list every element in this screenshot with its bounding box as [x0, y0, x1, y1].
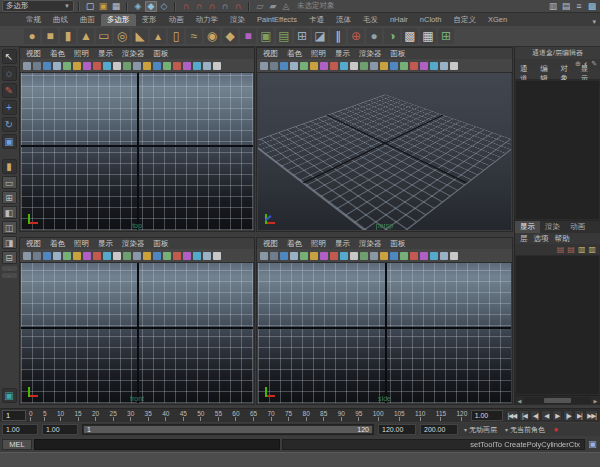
panel-toolbar-icon[interactable] — [203, 62, 211, 70]
time-tick-95[interactable]: 95 — [355, 410, 362, 421]
panel-toolbar-icon[interactable] — [320, 252, 328, 260]
time-tick-55[interactable]: 55 — [215, 410, 222, 421]
panel-toolbar-icon[interactable] — [450, 62, 458, 70]
panel-toolbar-icon[interactable] — [440, 62, 448, 70]
layer-editor-menu-2[interactable]: 帮助 — [555, 234, 570, 244]
panel-menu-0[interactable]: 视图 — [26, 49, 41, 59]
step-forward-key-button[interactable]: |▶ — [563, 410, 573, 421]
panel-toolbar-icon[interactable] — [310, 252, 318, 260]
poly-helix-icon[interactable]: ≈ — [186, 28, 202, 44]
mirror-geometry-icon[interactable]: ◑ — [384, 28, 400, 44]
panel-toolbar-icon[interactable] — [193, 252, 201, 260]
smooth-icon[interactable]: ● — [366, 28, 382, 44]
viewport-persp[interactable]: persp — [258, 73, 511, 230]
poly-torus-icon[interactable]: ◎ — [114, 28, 130, 44]
panel-toolbar-icon[interactable] — [360, 252, 368, 260]
panel-toolbar-icon[interactable] — [290, 252, 298, 260]
time-tick-60[interactable]: 60 — [232, 410, 239, 421]
panel-toolbar-icon[interactable] — [53, 62, 61, 70]
toolbox-mini-button[interactable]: ∙∙ — [2, 266, 17, 271]
panel-menu-4[interactable]: 渲染器 — [359, 239, 382, 249]
command-language-button[interactable]: MEL — [2, 439, 32, 450]
panel-toolbar-icon[interactable] — [23, 252, 31, 260]
move-tool[interactable]: + — [2, 100, 17, 115]
time-tick-80[interactable]: 80 — [303, 410, 310, 421]
panel-menu-0[interactable]: 视图 — [263, 239, 278, 249]
bridge-icon[interactable]: ∥ — [330, 28, 346, 44]
anim-layer-dropdown[interactable]: ▾ 无动画层 — [462, 424, 499, 435]
command-input[interactable] — [34, 439, 280, 450]
show-grid-icon[interactable]: ▥ — [547, 1, 559, 12]
layout-persp-graph[interactable]: ⊟ — [2, 251, 17, 264]
panel-toolbar-icon[interactable] — [270, 252, 278, 260]
panel-toolbar-icon[interactable] — [123, 252, 131, 260]
time-tick-45[interactable]: 45 — [180, 410, 187, 421]
poly-soccer-ball-icon[interactable]: ◉ — [204, 28, 220, 44]
panel-toolbar-icon[interactable] — [183, 252, 191, 260]
snap-live-surface-icon[interactable]: ∩ — [232, 1, 244, 12]
panel-toolbar-icon[interactable] — [400, 252, 408, 260]
separate-icon[interactable]: ▤ — [276, 28, 292, 44]
panel-toolbar-icon[interactable] — [370, 62, 378, 70]
panel-toolbar-icon[interactable] — [163, 62, 171, 70]
shelf-tab-2[interactable]: 曲面 — [74, 14, 101, 26]
current-time-field[interactable]: 1.00 — [471, 410, 503, 421]
time-tick-70[interactable]: 70 — [267, 410, 274, 421]
step-back-key-button[interactable]: ◀| — [530, 410, 540, 421]
poly-pipe-icon[interactable]: ▯ — [168, 28, 184, 44]
current-frame-field[interactable]: 1 — [2, 410, 26, 421]
panel-toolbar-icon[interactable] — [33, 62, 41, 70]
menu-set-dropdown[interactable]: 多边形 ▼ — [2, 0, 74, 12]
save-scene-icon[interactable]: ▦ — [110, 1, 122, 12]
bevel-icon[interactable]: ◪ — [312, 28, 328, 44]
panel-menu-1[interactable]: 着色 — [50, 239, 65, 249]
panel-toolbar-icon[interactable] — [300, 252, 308, 260]
panel-toolbar-icon[interactable] — [163, 252, 171, 260]
time-tick-120[interactable]: 120 — [456, 410, 467, 421]
panel-menu-2[interactable]: 照明 — [311, 239, 326, 249]
panel-toolbar-icon[interactable] — [440, 252, 448, 260]
panel-menu-3[interactable]: 显示 — [335, 239, 350, 249]
time-tick-30[interactable]: 30 — [127, 410, 134, 421]
poly-plane-icon[interactable]: ▭ — [96, 28, 112, 44]
shelf-tab-15[interactable]: XGen — [482, 14, 513, 26]
panel-toolbar-icon[interactable] — [410, 252, 418, 260]
shelf-tab-1[interactable]: 曲线 — [47, 14, 74, 26]
panel-toolbar-icon[interactable] — [320, 62, 328, 70]
scrollbar-thumb[interactable] — [544, 398, 571, 403]
panel-menu-3[interactable]: 显示 — [98, 49, 113, 59]
merge-vertex-icon[interactable]: ⊕ — [348, 28, 364, 44]
panel-menu-4[interactable]: 渲染器 — [122, 49, 145, 59]
panel-toolbar-icon[interactable] — [280, 62, 288, 70]
scale-tool[interactable]: ▣ — [2, 134, 17, 149]
paint-select-tool[interactable]: ✎ — [2, 83, 17, 98]
layout-two-pane-side[interactable]: ◧ — [2, 206, 17, 219]
snap-grid-icon[interactable]: ∩ — [180, 1, 192, 12]
panel-toolbar-icon[interactable] — [420, 252, 428, 260]
time-tick-0[interactable]: 0 — [29, 410, 33, 421]
panel-toolbar-icon[interactable] — [153, 62, 161, 70]
panel-toolbar-icon[interactable] — [450, 252, 458, 260]
animation-end-field[interactable]: 200.00 — [420, 424, 458, 435]
panel-toolbar-icon[interactable] — [173, 62, 181, 70]
panel-toolbar-icon[interactable] — [113, 252, 121, 260]
panel-toolbar-icon[interactable] — [153, 252, 161, 260]
construction-history-icon[interactable]: ◬ — [280, 1, 292, 12]
panel-toolbar-icon[interactable] — [330, 62, 338, 70]
time-tick-15[interactable]: 15 — [74, 410, 81, 421]
panel-toolbar-icon[interactable] — [83, 62, 91, 70]
poly-cylinder-tool[interactable]: ▮ — [2, 159, 17, 174]
combine-icon[interactable]: ▣ — [258, 28, 274, 44]
clipboard-icon[interactable]: ▤ — [560, 1, 572, 12]
time-tick-10[interactable]: 10 — [57, 410, 64, 421]
panel-toolbar-icon[interactable] — [133, 62, 141, 70]
panel-toolbar-icon[interactable] — [143, 252, 151, 260]
layout-four-pane[interactable]: ⊞ — [2, 191, 17, 204]
time-tick-115[interactable]: 115 — [436, 410, 446, 421]
move-layer-down-icon[interactable]: ▤ — [567, 246, 575, 254]
panel-toolbar-icon[interactable] — [193, 62, 201, 70]
step-back-frame-button[interactable]: |◀ — [519, 410, 529, 421]
panel-menu-4[interactable]: 渲染器 — [122, 239, 145, 249]
panel-toolbar-icon[interactable] — [133, 252, 141, 260]
move-layer-up-icon[interactable]: ▤ — [557, 246, 565, 254]
